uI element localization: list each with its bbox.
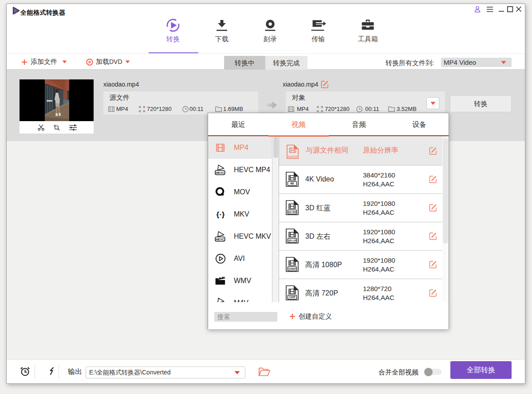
svg-text:4K: 4K [290,181,295,185]
svg-text:source: source [288,154,297,158]
svg-text:3D LR: 3D LR [288,239,296,242]
svg-text:1080P: 1080P [288,267,296,270]
svg-text:720P: 720P [289,296,296,299]
svg-text:3D RB: 3D RB [288,210,296,213]
